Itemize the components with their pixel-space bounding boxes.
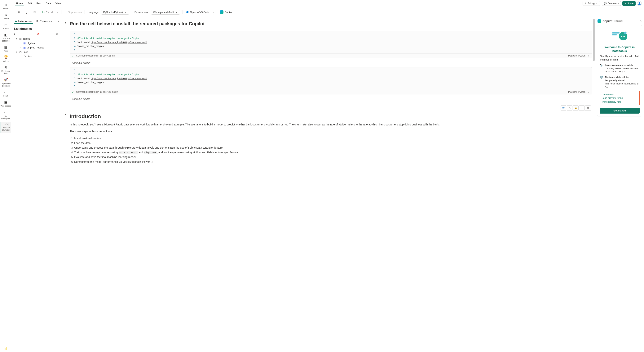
get-started-button[interactable]: Get started bbox=[600, 108, 640, 114]
pin-icon[interactable]: 📌 bbox=[36, 33, 40, 36]
divider bbox=[61, 10, 62, 14]
rail-create[interactable]: ⊕Create bbox=[0, 12, 11, 22]
editing-mode-button[interactable]: ✎Editing▾ bbox=[582, 1, 600, 6]
intro-heading: Introduction bbox=[70, 113, 592, 120]
rail-learn[interactable]: ▭Learn bbox=[0, 89, 11, 99]
rail-browse[interactable]: 🗀Browse bbox=[0, 22, 11, 32]
shield-icon: 🛡️ bbox=[600, 76, 603, 89]
code-cell-1[interactable]: 12345 #Run this cell to install the requ… bbox=[70, 31, 592, 58]
run-all-button[interactable]: ▷Run all bbox=[42, 11, 54, 14]
svg-rect-2 bbox=[6, 347, 7, 350]
cell-lang-label[interactable]: PySpark (Python) bbox=[568, 54, 586, 57]
svg-rect-0 bbox=[4, 348, 5, 350]
copilot-illustration bbox=[600, 28, 640, 43]
rail-current-notebook[interactable]: </>Customer churn-513 bbox=[0, 122, 11, 133]
divider bbox=[84, 10, 85, 14]
preview-badge: Preview bbox=[614, 20, 623, 22]
collapse-cell-icon[interactable]: ▾ bbox=[63, 112, 68, 116]
ribbon-tab-data[interactable]: Data bbox=[44, 1, 52, 6]
rail-deployment[interactable]: 🚀Deployment pipelines bbox=[0, 77, 11, 89]
telescope-icon: 🔭 bbox=[600, 64, 603, 73]
intro-steps-list: Install custom libraries Load the data U… bbox=[70, 136, 592, 164]
avatar-icon[interactable]: 👤 bbox=[637, 1, 642, 6]
ribbon-tab-view[interactable]: View bbox=[54, 1, 63, 6]
rail-onelake[interactable]: ◧OneLake data hub bbox=[0, 32, 11, 44]
svg-rect-1 bbox=[6, 347, 6, 350]
preview-terms-link[interactable]: Read preview terms bbox=[602, 96, 638, 100]
chevron-down-icon[interactable]: ▾ bbox=[587, 91, 590, 93]
collapse-cell-icon[interactable]: ▾ bbox=[63, 20, 68, 24]
check-icon: ✓ bbox=[72, 54, 74, 57]
tree-df-clean[interactable]: ›▦df_clean bbox=[12, 41, 61, 45]
share-icon: ↗ bbox=[624, 2, 626, 5]
transparency-link[interactable]: Transparency note bbox=[602, 100, 638, 104]
table-icon: ▦ bbox=[23, 42, 26, 45]
cell-code-icon[interactable]: </> bbox=[560, 105, 566, 111]
cell-status: -Command executed in 15 sec 426 ms bbox=[76, 54, 114, 57]
vscode-icon bbox=[186, 10, 189, 14]
rail-apps[interactable]: ▦Apps bbox=[0, 44, 11, 54]
ribbon-tab-home[interactable]: Home bbox=[14, 1, 25, 6]
copilot-point-2: Customer data will be temporarily stored… bbox=[605, 76, 640, 89]
save-icon[interactable]: 🗐 bbox=[17, 10, 22, 15]
chevron-down-icon[interactable]: ▾ bbox=[587, 55, 590, 57]
comment-icon: 💬 bbox=[604, 2, 607, 5]
explorer-panel: ◆Lakehouses 🗎Resources « Lakehouses r 📌 … bbox=[12, 17, 61, 352]
comments-button[interactable]: 💬Comments bbox=[602, 1, 621, 6]
rail-monitoring[interactable]: ◎Monitoring hub bbox=[0, 64, 11, 77]
chevron-down-icon: ▾ bbox=[15, 51, 18, 54]
tree-files[interactable]: ▾🗀Files bbox=[12, 50, 61, 54]
rail-my-workspace[interactable]: ▭My workspace bbox=[0, 109, 11, 122]
output-hidden-2[interactable]: Output is hidden bbox=[63, 96, 592, 103]
ribbon-tab-run[interactable]: Run bbox=[35, 1, 43, 6]
stop-icon bbox=[64, 11, 66, 13]
settings-icon[interactable]: ⚙ bbox=[32, 10, 37, 15]
vscode-dropdown[interactable]: ▾ bbox=[212, 11, 214, 13]
code-content[interactable]: #Run this cell to install the required p… bbox=[78, 69, 592, 89]
tree-churn[interactable]: ›🗀churn bbox=[12, 54, 61, 59]
cell-delete-icon[interactable]: 🗑 bbox=[585, 105, 591, 111]
cell-lang-label[interactable]: PySpark (Python) bbox=[568, 91, 586, 93]
learn-more-link[interactable]: Learn more bbox=[602, 92, 638, 96]
chevron-right-icon: › bbox=[20, 42, 22, 45]
tree-tables[interactable]: ▾🗀Tables bbox=[12, 37, 61, 41]
intro-paragraph: In this notebook, you'll see a Microsoft… bbox=[70, 123, 592, 127]
cell-edit-icon[interactable]: ✎ bbox=[567, 105, 572, 111]
explorer-tree: ▾🗀Tables ›▦df_clean ›▦df_pred_results ▾🗀… bbox=[12, 36, 61, 59]
copilot-icon bbox=[598, 19, 601, 23]
rail-workspaces[interactable]: ▣Workspaces bbox=[0, 99, 11, 109]
output-hidden-1[interactable]: Output is hidden bbox=[63, 60, 592, 67]
copilot-point-1: Inaccuracies are possible.Carefully revi… bbox=[605, 64, 640, 73]
explorer-tab-resources[interactable]: 🗎Resources bbox=[35, 19, 53, 24]
explorer-tab-lakehouses[interactable]: ◆Lakehouses bbox=[14, 19, 34, 24]
code-cell-2[interactable]: 12345 #Run this cell to install the requ… bbox=[70, 67, 592, 94]
language-select[interactable]: PySpark (Python)▾ bbox=[101, 10, 129, 15]
svg-point-7 bbox=[622, 36, 624, 37]
close-icon[interactable]: ✕ bbox=[639, 19, 642, 23]
open-vscode-button[interactable]: Open in VS Code bbox=[186, 10, 209, 14]
language-label: Language bbox=[88, 11, 98, 14]
rail-home[interactable]: ⌂Home bbox=[0, 2, 11, 12]
scrollbar[interactable] bbox=[593, 19, 595, 61]
stop-session-button[interactable]: Stop session bbox=[64, 11, 82, 14]
ribbon-tab-edit[interactable]: Edit bbox=[26, 1, 34, 6]
run-dropdown[interactable]: ▾ bbox=[56, 11, 58, 13]
swap-icon[interactable]: ⇄ bbox=[56, 33, 58, 36]
copilot-icon bbox=[220, 10, 224, 14]
download-icon[interactable]: ⭳ bbox=[24, 10, 29, 15]
code-content[interactable]: #Run this cell to install the required p… bbox=[78, 32, 592, 52]
copilot-title: Copilot bbox=[602, 19, 612, 23]
environment-select[interactable]: Workspace default▾ bbox=[151, 10, 180, 15]
copilot-toolbar-button[interactable]: Copilot bbox=[220, 10, 232, 14]
check-icon: ✓ bbox=[72, 91, 74, 94]
share-button[interactable]: ↗Share bbox=[622, 1, 636, 6]
folder-icon: 🗀 bbox=[23, 55, 26, 58]
tree-df-pred[interactable]: ›▦df_pred_results bbox=[12, 45, 61, 50]
collapse-explorer-icon[interactable]: « bbox=[58, 20, 59, 23]
left-nav-rail: ⌂Home ⊕Create 🗀Browse ◧OneLake data hub … bbox=[0, 0, 12, 352]
rail-metrics[interactable]: 🏆Metrics bbox=[0, 54, 11, 64]
notebook-area[interactable]: ▾ Run the cell below to install the requ… bbox=[61, 17, 595, 352]
cell-more-icon[interactable]: ⋯ bbox=[579, 105, 585, 111]
cell-lock-icon[interactable]: 🔒 bbox=[573, 105, 578, 111]
rail-powerbi-icon[interactable] bbox=[4, 346, 8, 351]
